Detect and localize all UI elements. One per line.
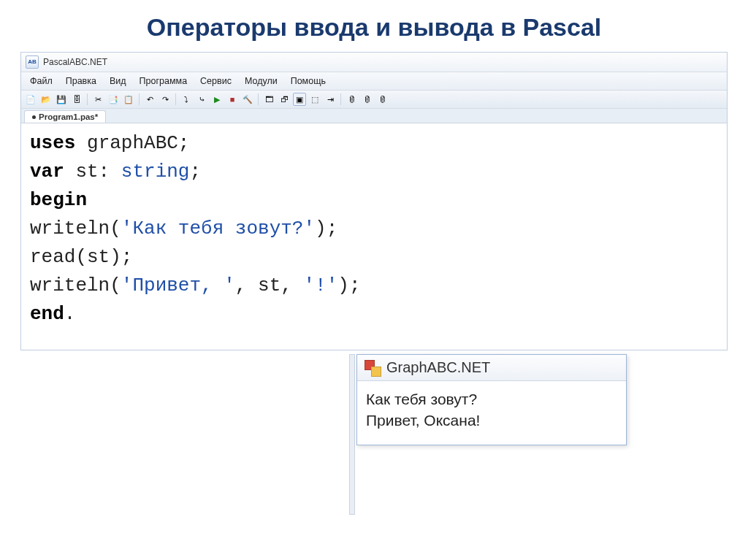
undo-icon[interactable]: ↶	[143, 93, 156, 106]
toend-icon[interactable]: ⇥	[324, 93, 337, 106]
output-body: Как тебя зовут? Привет, Оксана!	[357, 381, 626, 445]
separator	[258, 93, 259, 105]
paste-icon[interactable]: 📋	[122, 93, 135, 106]
panel-icon[interactable]: ⬚	[308, 93, 321, 106]
copy-icon[interactable]: 📑	[107, 93, 120, 106]
stop-icon[interactable]: ■	[226, 93, 239, 106]
code-line: writeln('Привет, ', st, '!');	[30, 272, 718, 300]
menu-program[interactable]: Программа	[134, 74, 194, 88]
output-window: GraphABC.NET Как тебя зовут? Привет, Окс…	[356, 354, 627, 445]
tabbar: Program1.pas*	[21, 109, 727, 123]
save-icon[interactable]: 💾	[55, 93, 68, 106]
code-line: uses graphABC;	[30, 129, 718, 158]
compile-icon[interactable]: 🔨	[241, 93, 254, 106]
saveall-icon[interactable]: 🗄	[70, 93, 83, 106]
menubar: Файл Правка Вид Программа Сервис Модули …	[21, 72, 727, 91]
run-icon[interactable]: ▶	[210, 93, 224, 106]
ide-window: AB PascalABC.NET Файл Правка Вид Програм…	[20, 52, 728, 350]
menu-view[interactable]: Вид	[104, 74, 132, 88]
output-title: GraphABC.NET	[386, 359, 490, 376]
slide-title: Операторы ввода и вывода в Pascal	[0, 0, 748, 52]
redo-icon[interactable]: ↷	[159, 93, 172, 106]
output-line: Привет, Оксана!	[366, 410, 617, 431]
code-line: end.	[30, 300, 718, 329]
code-editor[interactable]: uses graphABC; var st: string; begin wri…	[21, 123, 727, 350]
app-title: PascalABC.NET	[43, 57, 107, 67]
new-icon[interactable]: 📄	[24, 93, 37, 106]
cut-icon[interactable]: ✂	[91, 93, 104, 106]
menu-help[interactable]: Помощь	[285, 74, 332, 88]
modified-dot-icon	[32, 115, 36, 119]
window1-icon[interactable]: 🗔	[262, 93, 275, 106]
tab-label: Program1.pas*	[39, 112, 98, 121]
toolbar: 📄 📂 💾 🗄 ✂ 📑 📋 ↶ ↷ ⤵ ⤷ ▶ ■ 🔨 🗔 🗗 ▣ ⬚ ⇥ 🛢 …	[21, 91, 727, 109]
menu-edit[interactable]: Правка	[60, 74, 102, 88]
menu-file[interactable]: Файл	[24, 74, 58, 88]
db1-icon[interactable]: 🛢	[345, 93, 358, 106]
box-icon[interactable]: ▣	[293, 93, 306, 106]
code-line: read(st);	[30, 243, 718, 272]
menu-service[interactable]: Сервис	[194, 74, 237, 88]
open-icon[interactable]: 📂	[39, 93, 53, 106]
stepover-icon[interactable]: ⤵	[180, 93, 193, 106]
graphabc-icon	[365, 360, 381, 376]
code-line: begin	[30, 186, 718, 215]
db2-icon[interactable]: 🛢	[360, 93, 373, 106]
separator	[139, 93, 140, 105]
tab-program1[interactable]: Program1.pas*	[24, 110, 106, 123]
menu-modules[interactable]: Модули	[239, 74, 283, 88]
output-line: Как тебя зовут?	[366, 388, 617, 410]
stepin-icon[interactable]: ⤷	[195, 93, 208, 106]
db3-icon[interactable]: 🛢	[375, 93, 389, 106]
separator	[340, 93, 341, 105]
window2-icon[interactable]: 🗗	[278, 93, 291, 106]
code-line: var st: string;	[30, 158, 718, 186]
output-titlebar: GraphABC.NET	[357, 355, 626, 381]
app-icon: AB	[26, 55, 39, 69]
separator	[175, 93, 176, 105]
titlebar: AB PascalABC.NET	[21, 53, 727, 72]
scrollbar[interactable]	[349, 354, 355, 515]
code-line: writeln('Как тебя зовут?');	[30, 215, 718, 243]
separator	[87, 93, 88, 105]
